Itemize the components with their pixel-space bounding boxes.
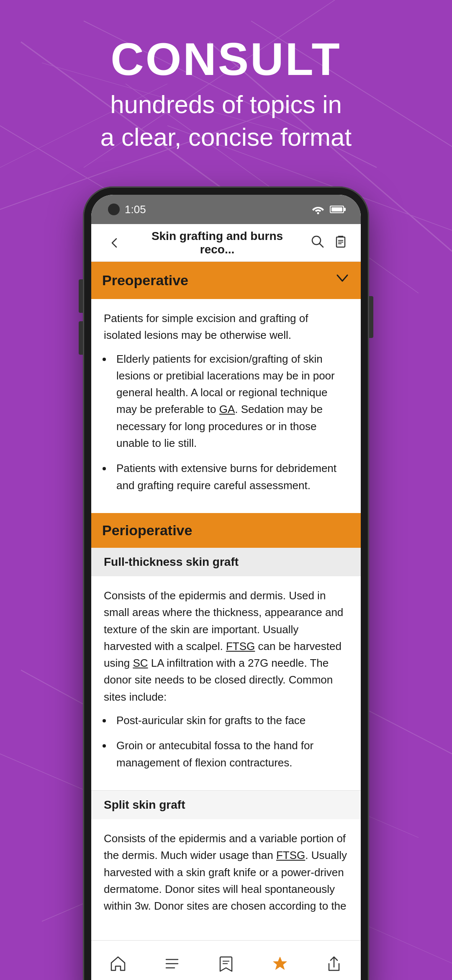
search-button[interactable] xyxy=(310,234,325,252)
bullet-item: Patients with extensive burns for debrid… xyxy=(112,460,348,494)
split-skin-text: Consists of the epidermis and a variable… xyxy=(104,830,348,914)
content-area: Preoperative Patients for simple excisio… xyxy=(91,262,361,940)
status-icons xyxy=(311,204,344,214)
perioperative-title: Perioperative xyxy=(102,522,192,539)
preoperative-chevron xyxy=(335,271,350,290)
preoperative-bullets: Elderly patients for excision/grafting o… xyxy=(112,351,348,494)
perioperative-header[interactable]: Perioperative xyxy=(91,513,361,548)
nav-share[interactable] xyxy=(316,950,352,977)
wifi-icon xyxy=(311,204,325,214)
app-bar: Skin grafting and burns reco... xyxy=(91,224,361,262)
back-button[interactable] xyxy=(104,237,125,249)
full-thickness-header: Full-thickness skin graft xyxy=(91,548,361,576)
status-bar-left: 1:05 xyxy=(108,203,146,216)
bottom-nav xyxy=(91,940,361,980)
nav-bookmark[interactable] xyxy=(208,950,244,977)
preoperative-content: Patients for simple excision and graftin… xyxy=(91,299,361,513)
full-thickness-content: Consists of the epidermis and dermis. Us… xyxy=(91,576,361,790)
preoperative-title: Preoperative xyxy=(102,272,188,289)
preoperative-header[interactable]: Preoperative xyxy=(91,262,361,299)
nav-star[interactable] xyxy=(262,950,298,977)
hero-subtitle: hundreds of topics in a clear, concise f… xyxy=(25,88,427,154)
phone-outer: 1:05 xyxy=(84,187,368,980)
bullet-item: Post-auricular skin for grafts to the fa… xyxy=(112,712,348,729)
app-bar-icons xyxy=(310,234,348,252)
hero-title: CONSULT xyxy=(25,34,427,84)
clipboard-button[interactable] xyxy=(333,234,348,252)
split-skin-header: Split skin graft xyxy=(91,790,361,819)
full-thickness-bullets: Post-auricular skin for grafts to the fa… xyxy=(112,712,348,771)
bullet-item: Elderly patients for excision/grafting o… xyxy=(112,351,348,452)
svg-point-18 xyxy=(317,212,319,214)
bullet-item: Groin or antecubital fossa to the hand f… xyxy=(112,737,348,771)
phone-mockup: 1:05 xyxy=(0,179,452,980)
phone-inner: 1:05 xyxy=(91,195,361,980)
split-skin-title: Split skin graft xyxy=(104,798,185,811)
full-thickness-text: Consists of the epidermis and dermis. Us… xyxy=(104,587,348,705)
status-bar: 1:05 xyxy=(91,195,361,224)
nav-home[interactable] xyxy=(100,950,136,977)
full-thickness-title: Full-thickness skin graft xyxy=(104,555,239,568)
preoperative-intro: Patients for simple excision and graftin… xyxy=(104,310,348,344)
nav-list[interactable] xyxy=(154,950,190,977)
svg-line-20 xyxy=(320,243,324,247)
page-title: Skin grafting and burns reco... xyxy=(133,230,301,256)
hero-section: CONSULT hundreds of topics in a clear, c… xyxy=(0,0,452,179)
split-skin-content: Consists of the epidermis and a variable… xyxy=(91,819,361,925)
status-time: 1:05 xyxy=(125,203,146,216)
battery-icon xyxy=(330,206,344,213)
camera-dot xyxy=(108,204,120,215)
